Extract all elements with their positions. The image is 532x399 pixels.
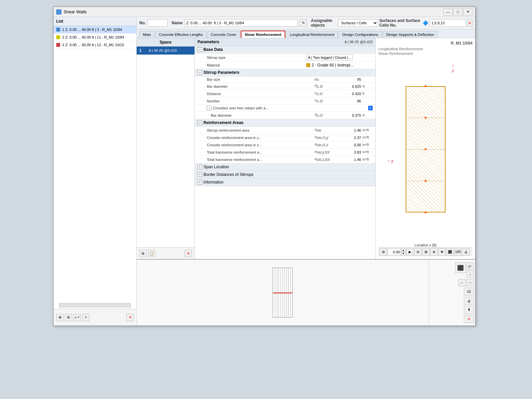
location-input[interactable] — [388, 249, 401, 255]
sidebar-item-1[interactable]: 1 Z: 0.00 ... 40.00 ft | 3 - R_M1 10/84 — [54, 26, 136, 34]
close-button[interactable]: ✕ — [463, 8, 472, 16]
edit-button[interactable]: ✎ — [300, 19, 307, 27]
view-y-plus-btn[interactable]: y↑ — [466, 262, 474, 270]
sidebar: List 1 Z: 0.00 ... 40.00 ft | 3 - R_M1 1… — [54, 17, 137, 326]
stirrup-params-toggle[interactable]: − — [198, 70, 202, 75]
viz-print-btn[interactable]: 🖨 — [462, 248, 469, 256]
bottom-num-btn[interactable]: 10 — [464, 288, 474, 296]
border-distances-label: Border Distances of Stirrups — [203, 172, 253, 177]
stirrup-params-header[interactable]: − Stirrup Parameters — [195, 69, 375, 76]
sidebar-delete-button[interactable]: ✕ — [126, 314, 134, 321]
sidebar-color-2 — [56, 35, 60, 39]
point-q3 — [425, 180, 427, 182]
bottom-icon-row-2: ← → — [459, 279, 474, 286]
sidebar-item-3[interactable]: 3 Z: 0.00 ... 40.00 ft | 12 - R_M1 10/15 — [54, 41, 136, 49]
sketch-container — [273, 268, 293, 318]
view-3d-btn[interactable]: ⬛ — [455, 262, 466, 273]
params-title: Parameters — [198, 40, 219, 44]
long-reinf-label: Longitudinal Reinforcement — [378, 47, 472, 51]
stirrup-type-control — [306, 55, 373, 61]
stirrup-type-input[interactable] — [306, 55, 353, 61]
tab-bar: Main Concrete Effective Lengths Concrete… — [137, 29, 475, 38]
border-distances-toggle[interactable]: + — [198, 172, 202, 177]
surfaces-close-button[interactable]: ✕ — [467, 19, 472, 27]
base-data-section: − Base Data Stirrup type Material — [195, 46, 375, 69]
total-y-unit: in²/ft — [361, 150, 373, 154]
bottom-left-btn[interactable]: ← — [459, 279, 466, 286]
surfaces-input[interactable] — [430, 19, 466, 27]
sidebar-scrollbar-container — [54, 302, 136, 309]
reinf-areas-header[interactable]: − Reinforcement Areas — [195, 119, 375, 127]
tab-longitudinal[interactable]: Longitudinal Reinforcement — [286, 31, 338, 38]
span-location-section[interactable]: + Span Location — [195, 163, 375, 171]
bottom-right-btn[interactable]: → — [466, 279, 474, 286]
base-data-toggle[interactable]: − — [198, 47, 202, 52]
sidebar-copy-button[interactable]: ⧉ — [65, 314, 72, 321]
base-data-header[interactable]: − Base Data — [195, 46, 375, 54]
sidebar-check-button[interactable]: ✓✓ — [73, 314, 81, 321]
viz-bottom-toolbar: ⊞ ▲ ▼ ▶ ⊟ ⊠ ⊕ ✥ ⬛ — [378, 247, 472, 256]
information-section[interactable]: + Information — [195, 179, 375, 186]
sidebar-add-button[interactable]: ⊕ — [56, 314, 64, 321]
params-header: Parameters A | 96 #5 @0.420 — [195, 38, 375, 46]
tab-main[interactable]: Main — [139, 31, 155, 38]
loc-up-arrow[interactable]: ▲ — [401, 249, 406, 252]
crossties-toggle[interactable]: − — [207, 106, 211, 110]
view-y-minus-btn[interactable]: ↓ — [466, 270, 474, 278]
bottom-print-btn[interactable]: 🖨 — [464, 297, 474, 305]
sidebar-scrollbar[interactable] — [59, 303, 131, 308]
sidebar-check2-button[interactable]: ✓ — [82, 314, 89, 321]
span-paste-btn[interactable]: 📋 — [148, 250, 155, 257]
border-distances-section[interactable]: + Border Distances of Stirrups — [195, 171, 375, 179]
material-control: 2 - Grade 60 | Isotropi... — [306, 63, 373, 67]
name-input[interactable] — [185, 19, 298, 27]
crosstie-y-val: 2.37 — [334, 136, 361, 140]
sidebar-color-1 — [56, 28, 60, 32]
viz-filter-btn[interactable]: ⊟ — [414, 248, 422, 256]
viz-forward-btn[interactable]: ▶ — [406, 248, 414, 256]
crosstie-z-sym: asw,ct,z — [315, 142, 334, 147]
assignable-dropdown[interactable]: Surfaces / Cells — [338, 19, 378, 27]
bar-dia-val: 0.625 — [334, 84, 361, 88]
stirrup-area-unit: in²/ft — [361, 128, 373, 132]
viz-filter2-btn[interactable]: ⊠ — [422, 248, 430, 256]
total-z-val: 1.46 — [334, 158, 361, 162]
title-bar: Shear Walls — □ ✕ — [54, 7, 475, 17]
bottom-delete-btn[interactable]: ✕ — [464, 315, 474, 323]
reinf-areas-label: Reinforcement Areas — [203, 120, 243, 125]
bar-dia-sym: ds,st — [315, 84, 334, 89]
bottom-icon-row-1: ⬛ y↑ ↓ — [455, 262, 474, 278]
loc-down-arrow[interactable]: ▼ — [401, 252, 406, 255]
tab-concrete-lengths[interactable]: Concrete Effective Lengths — [155, 31, 206, 38]
tab-design-config[interactable]: Design Configurations — [338, 31, 382, 38]
span-delete-btn[interactable]: ✕ — [185, 250, 192, 257]
sidebar-item-2[interactable]: 2 Z: 0.00 ... 40.00 ft | 11 - R_M1 10/84 — [54, 34, 136, 41]
z-arrow-up: ↑ — [452, 63, 454, 68]
bottom-export-btn[interactable]: ⬆ — [464, 306, 474, 314]
window-title: Shear Walls — [64, 9, 87, 14]
y-axis-text: y — [391, 159, 393, 163]
information-toggle[interactable]: + — [198, 180, 202, 185]
tab-concrete-cover[interactable]: Concrete Cover — [207, 31, 240, 38]
crossties-checkbox[interactable]: ✓ — [368, 106, 373, 110]
viz-home-btn[interactable]: ⊞ — [380, 248, 387, 256]
viz-100-btn[interactable]: 100 — [454, 248, 462, 256]
span-copy-btn[interactable]: ⧉ — [139, 250, 147, 257]
viz-move-btn[interactable]: ✥ — [438, 248, 446, 256]
viz-view-btn[interactable]: ⬛ — [446, 248, 454, 256]
span-item-1[interactable]: 1 A | 96 #5 @0.420 — [137, 47, 195, 55]
span-location-label: Span Location — [203, 165, 229, 169]
spans-bottom: ⧉ 📋 ✕ — [137, 247, 195, 259]
distance-sym: ss,st — [315, 91, 334, 96]
bar-dia2-unit: in — [361, 113, 373, 117]
no-input[interactable] — [148, 19, 168, 27]
tab-shear-reinforcement[interactable]: Shear Reinforcement — [241, 31, 286, 38]
minimize-button[interactable]: — — [443, 8, 453, 16]
total-z-label: Total transverse reinforcement a... — [207, 158, 315, 162]
span-location-toggle[interactable]: + — [198, 165, 202, 169]
maximize-button[interactable]: □ — [453, 8, 463, 16]
surfaces-icon: 🔷 — [423, 20, 428, 26]
viz-zoom-btn[interactable]: ⊕ — [430, 248, 438, 256]
reinf-areas-toggle[interactable]: − — [198, 120, 202, 125]
tab-design-supports[interactable]: Design Supports & Deflection — [383, 31, 438, 38]
